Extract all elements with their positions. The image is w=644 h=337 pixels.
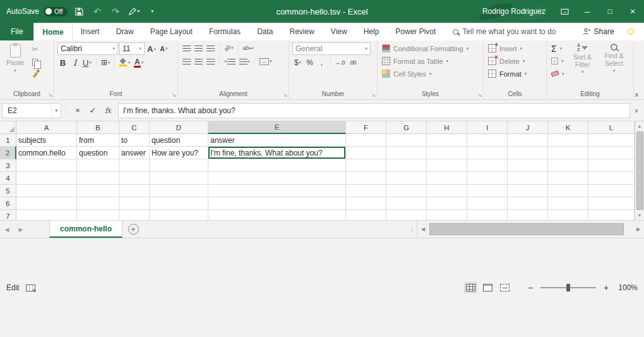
tab-file[interactable]: File [0, 23, 33, 40]
cell-I5[interactable] [467, 185, 508, 197]
view-page-layout-button[interactable] [481, 282, 494, 293]
cell-C2[interactable]: answer [119, 147, 150, 159]
increase-font-button[interactable]: A▴ [146, 43, 157, 54]
comma-style-button[interactable]: , [316, 57, 327, 68]
cell-I1[interactable] [467, 134, 508, 147]
cell-J7[interactable] [508, 210, 548, 220]
tab-home[interactable]: Home [33, 23, 72, 40]
cell-G1[interactable] [386, 134, 427, 147]
column-header-H[interactable]: H [427, 121, 467, 134]
select-all-button[interactable] [0, 121, 16, 134]
collapse-ribbon-button[interactable]: ∧ [635, 91, 639, 98]
redo-button[interactable]: ↷ [109, 4, 122, 19]
cell-H7[interactable] [427, 210, 467, 220]
increase-indent-button[interactable]: ▸ [238, 56, 252, 67]
cell-C1[interactable]: to [119, 134, 150, 147]
merge-center-button[interactable]: ↔▾ [258, 56, 273, 67]
styles-dialog-launcher[interactable]: ↘ [477, 92, 482, 98]
ribbon-display-options-button[interactable] [553, 0, 576, 23]
cell-I7[interactable] [467, 210, 508, 220]
bold-button[interactable]: B [57, 57, 68, 68]
column-header-I[interactable]: I [467, 121, 508, 134]
cell-A5[interactable] [16, 185, 77, 197]
cell-L6[interactable] [588, 197, 635, 210]
decrease-indent-button[interactable]: ◂ [223, 56, 237, 67]
cell-F6[interactable] [346, 197, 386, 210]
underline-button[interactable]: U▾ [81, 57, 93, 68]
cell-A2[interactable]: common.hello [16, 147, 77, 159]
column-header-L[interactable]: L [588, 121, 635, 134]
formula-bar-splitter[interactable]: ⋮ [61, 106, 70, 114]
cell-J2[interactable] [508, 147, 548, 159]
cell-G3[interactable] [386, 159, 427, 172]
tab-power-pivot[interactable]: Power Pivot [387, 23, 444, 40]
tab-formulas[interactable]: Formulas [201, 23, 249, 40]
number-dialog-launcher[interactable]: ↘ [371, 92, 376, 98]
cell-D6[interactable] [150, 197, 208, 210]
cell-K5[interactable] [548, 185, 588, 197]
column-header-D[interactable]: D [150, 121, 208, 134]
cell-G5[interactable] [386, 185, 427, 197]
macro-record-button[interactable] [26, 285, 35, 291]
view-normal-button[interactable] [464, 282, 477, 293]
align-center-button[interactable] [193, 56, 204, 67]
cell-I2[interactable] [467, 147, 508, 159]
cell-B7[interactable] [77, 210, 119, 220]
cell-C4[interactable] [119, 172, 150, 185]
clipboard-dialog-launcher[interactable]: ↘ [48, 92, 52, 98]
expand-formula-bar-button[interactable]: ∨ [630, 103, 643, 118]
cell-F1[interactable] [346, 134, 386, 147]
align-middle-button[interactable] [193, 42, 204, 54]
autosum-button[interactable]: Σ ▾ [550, 42, 566, 54]
cell-H3[interactable] [427, 159, 467, 172]
cell-D4[interactable] [150, 172, 208, 185]
align-right-button[interactable] [205, 56, 216, 67]
cell-J5[interactable] [508, 185, 548, 197]
cell-F3[interactable] [346, 159, 386, 172]
cell-L7[interactable] [588, 210, 635, 220]
cell-H5[interactable] [427, 185, 467, 197]
cell-D3[interactable] [150, 159, 208, 172]
cell-H1[interactable] [427, 134, 467, 147]
autosave-toggle[interactable]: Off [44, 7, 68, 16]
cell-E2[interactable]: I'm fine, thanks. What about you? [208, 147, 346, 159]
zoom-slider-thumb[interactable] [566, 284, 570, 291]
qat-customize-button[interactable]: ▾ [145, 4, 159, 19]
cell-B1[interactable]: from [77, 134, 119, 147]
italic-button[interactable]: I [69, 57, 80, 68]
cell-I3[interactable] [467, 159, 508, 172]
cell-C3[interactable] [119, 159, 150, 172]
cell-K2[interactable] [548, 147, 588, 159]
tell-me[interactable]: Tell me what you want to do [446, 23, 562, 40]
zoom-slider[interactable] [540, 287, 596, 288]
font-color-button[interactable]: A▾ [133, 57, 145, 68]
sort-filter-button[interactable]: AZ Sort & Filter ▾ [568, 42, 597, 76]
fill-button[interactable]: ↓ ▾ [550, 55, 566, 67]
cell-K3[interactable] [548, 159, 588, 172]
cell-E7[interactable] [208, 210, 346, 220]
sheet-nav-left-button[interactable]: ◀ [0, 221, 14, 238]
cell-G6[interactable] [386, 197, 427, 210]
cell-L4[interactable] [588, 172, 635, 185]
cell-D2[interactable]: How are you? [150, 147, 208, 159]
cell-E3[interactable] [208, 159, 346, 172]
close-button[interactable]: × [621, 0, 644, 23]
horizontal-scrollbar[interactable]: ◀ ▶ [417, 221, 644, 238]
share-button[interactable]: Share [576, 23, 621, 40]
row-header-1[interactable]: 1 [0, 134, 16, 147]
column-header-C[interactable]: C [119, 121, 150, 134]
cell-L5[interactable] [588, 185, 635, 197]
tab-view[interactable]: View [323, 23, 355, 40]
paste-button[interactable]: Paste ▾ [3, 42, 27, 75]
name-box-dropdown[interactable]: ▾ [51, 104, 61, 118]
align-top-button[interactable] [181, 42, 192, 54]
cell-A3[interactable] [16, 159, 77, 172]
format-cells-button[interactable]: Format ▾ [487, 68, 528, 80]
tab-page-layout[interactable]: Page Layout [142, 23, 201, 40]
fill-color-button[interactable]: ▾ [118, 57, 131, 68]
column-header-F[interactable]: F [346, 121, 386, 134]
font-size-select[interactable]: 11 ▾ [119, 42, 145, 55]
formula-input[interactable]: I'm fine, thanks. What about you? [118, 103, 630, 118]
scroll-down-button[interactable]: ▼ [635, 211, 644, 220]
cell-E4[interactable] [208, 172, 346, 185]
